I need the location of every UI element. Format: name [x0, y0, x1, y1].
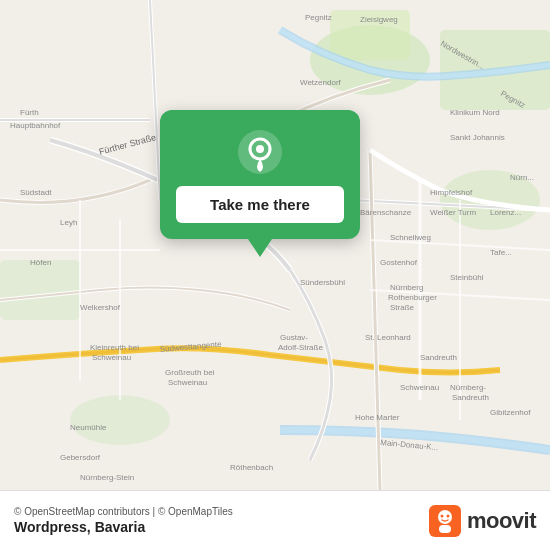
svg-text:Gebersdorf: Gebersdorf — [60, 453, 101, 462]
bottom-left-info: © OpenStreetMap contributors | © OpenMap… — [14, 506, 233, 535]
svg-text:Sankt Johannis: Sankt Johannis — [450, 133, 505, 142]
svg-text:Sandreuth: Sandreuth — [420, 353, 457, 362]
take-me-there-button[interactable]: Take me there — [176, 186, 344, 223]
svg-rect-75 — [439, 525, 451, 533]
location-card: Take me there — [160, 110, 360, 239]
svg-text:St. Leonhard: St. Leonhard — [365, 333, 411, 342]
map-background: Fürther Straße Pegnitz Südwesttangente M… — [0, 0, 550, 490]
svg-text:Gustav-: Gustav- — [280, 333, 308, 342]
svg-point-74 — [446, 514, 449, 517]
svg-text:Bärenschanze: Bärenschanze — [360, 208, 412, 217]
svg-point-6 — [70, 395, 170, 445]
svg-text:Schweinau: Schweinau — [92, 353, 131, 362]
svg-text:Himpfelshof: Himpfelshof — [430, 188, 473, 197]
svg-point-72 — [438, 510, 452, 524]
svg-text:Straße: Straße — [390, 303, 415, 312]
svg-text:Adolf-Straße: Adolf-Straße — [278, 343, 323, 352]
svg-text:Großreuth bei: Großreuth bei — [165, 368, 215, 377]
svg-text:Nürnberg-Stein: Nürnberg-Stein — [80, 473, 134, 482]
svg-text:Gostenhof: Gostenhof — [380, 258, 418, 267]
moovit-brand-label: moovit — [467, 508, 536, 534]
svg-text:Welkershof: Welkershof — [80, 303, 121, 312]
pin-icon — [238, 130, 282, 174]
svg-text:Gibitzenhof: Gibitzenhof — [490, 408, 531, 417]
bottom-bar: © OpenStreetMap contributors | © OpenMap… — [0, 490, 550, 550]
copyright-text: © OpenStreetMap contributors | © OpenMap… — [14, 506, 233, 517]
svg-text:Hauptbahnhof: Hauptbahnhof — [10, 121, 61, 130]
map-container: Fürther Straße Pegnitz Südwesttangente M… — [0, 0, 550, 490]
svg-text:Sündersbühl: Sündersbühl — [300, 278, 345, 287]
svg-text:Sandreuth: Sandreuth — [452, 393, 489, 402]
svg-text:Nürnberg-: Nürnberg- — [450, 383, 486, 392]
svg-text:Nürnberg: Nürnberg — [390, 283, 423, 292]
svg-text:Lorenz...: Lorenz... — [490, 208, 521, 217]
svg-rect-5 — [0, 260, 80, 320]
svg-text:Weißer Turm: Weißer Turm — [430, 208, 476, 217]
svg-point-73 — [440, 514, 443, 517]
svg-text:Neumühle: Neumühle — [70, 423, 107, 432]
svg-text:Hohe Marter: Hohe Marter — [355, 413, 400, 422]
svg-text:Kleinreuth bei: Kleinreuth bei — [90, 343, 139, 352]
svg-text:Schweinau: Schweinau — [168, 378, 207, 387]
svg-text:Schnellweg: Schnellweg — [390, 233, 431, 242]
svg-text:Rothenburger: Rothenburger — [388, 293, 437, 302]
svg-text:Pegnitz: Pegnitz — [305, 13, 332, 22]
svg-text:Höfen: Höfen — [30, 258, 51, 267]
svg-text:Klinikum Nord: Klinikum Nord — [450, 108, 500, 117]
svg-text:Röthenbach: Röthenbach — [230, 463, 273, 472]
svg-text:Tafe...: Tafe... — [490, 248, 512, 257]
svg-text:Fürth: Fürth — [20, 108, 39, 117]
svg-text:Südstadt: Südstadt — [20, 188, 52, 197]
svg-point-70 — [256, 145, 264, 153]
moovit-icon — [429, 505, 461, 537]
svg-text:Nürn...: Nürn... — [510, 173, 534, 182]
svg-text:Steinbühl: Steinbühl — [450, 273, 484, 282]
location-label: Wordpress, Bavaria — [14, 519, 233, 535]
moovit-logo: moovit — [429, 505, 536, 537]
svg-text:Zieislgweg: Zieislgweg — [360, 15, 398, 24]
svg-text:Wetzendorf: Wetzendorf — [300, 78, 342, 87]
svg-text:Leyh: Leyh — [60, 218, 77, 227]
svg-text:Schweinau: Schweinau — [400, 383, 439, 392]
